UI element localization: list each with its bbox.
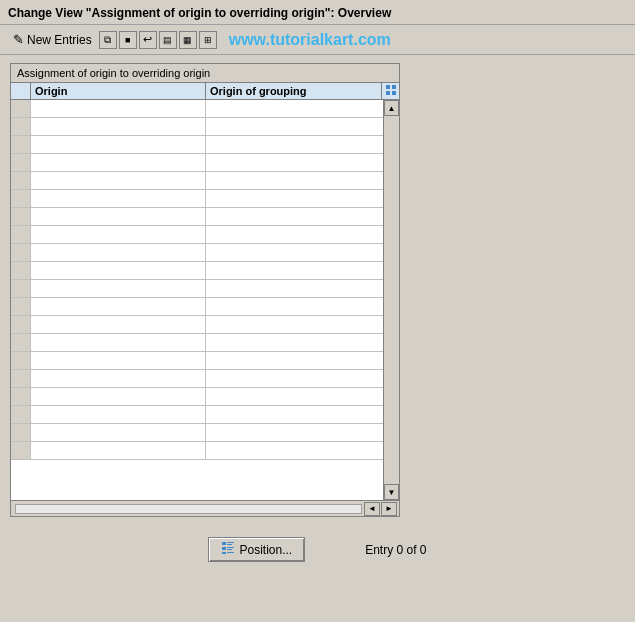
table-row[interactable] bbox=[11, 244, 383, 262]
position-button[interactable]: Position... bbox=[208, 537, 305, 562]
origin-cell[interactable] bbox=[31, 388, 206, 405]
grouping-cell[interactable] bbox=[206, 352, 383, 369]
table-row[interactable] bbox=[11, 388, 383, 406]
origin-cell[interactable] bbox=[31, 190, 206, 207]
table-row[interactable] bbox=[11, 370, 383, 388]
row-checkbox[interactable] bbox=[11, 388, 31, 405]
row-checkbox[interactable] bbox=[11, 190, 31, 207]
scroll-down-icon: ▼ bbox=[388, 488, 396, 497]
undo-button[interactable]: ↩ bbox=[139, 31, 157, 49]
grouping-cell[interactable] bbox=[206, 334, 383, 351]
row-checkbox[interactable] bbox=[11, 370, 31, 387]
table-row[interactable] bbox=[11, 280, 383, 298]
row-checkbox[interactable] bbox=[11, 316, 31, 333]
origin-cell[interactable] bbox=[31, 442, 206, 459]
grouping-cell[interactable] bbox=[206, 424, 383, 441]
grouping-cell[interactable] bbox=[206, 172, 383, 189]
grouping-cell[interactable] bbox=[206, 406, 383, 423]
grouping-cell[interactable] bbox=[206, 244, 383, 261]
table-row[interactable] bbox=[11, 298, 383, 316]
grouping-cell[interactable] bbox=[206, 118, 383, 135]
table-row[interactable] bbox=[11, 406, 383, 424]
row-checkbox[interactable] bbox=[11, 226, 31, 243]
table-row[interactable] bbox=[11, 226, 383, 244]
row-checkbox[interactable] bbox=[11, 136, 31, 153]
row-checkbox[interactable] bbox=[11, 298, 31, 315]
header-grouping-col: Origin of grouping bbox=[206, 83, 381, 99]
origin-cell[interactable] bbox=[31, 316, 206, 333]
copy-button[interactable]: ⧉ bbox=[99, 31, 117, 49]
origin-cell[interactable] bbox=[31, 298, 206, 315]
table-row[interactable] bbox=[11, 352, 383, 370]
origin-cell[interactable] bbox=[31, 172, 206, 189]
row-checkbox[interactable] bbox=[11, 442, 31, 459]
grouping-cell[interactable] bbox=[206, 370, 383, 387]
origin-cell[interactable] bbox=[31, 262, 206, 279]
row-checkbox[interactable] bbox=[11, 424, 31, 441]
position-button-label: Position... bbox=[239, 543, 292, 557]
table-row[interactable] bbox=[11, 172, 383, 190]
row-checkbox[interactable] bbox=[11, 154, 31, 171]
table-row[interactable] bbox=[11, 100, 383, 118]
table-row[interactable] bbox=[11, 190, 383, 208]
scroll-up-button[interactable]: ▲ bbox=[384, 100, 399, 116]
row-checkbox[interactable] bbox=[11, 118, 31, 135]
vertical-scrollbar[interactable]: ▲ ▼ bbox=[383, 100, 399, 500]
row-checkbox[interactable] bbox=[11, 352, 31, 369]
table-row[interactable] bbox=[11, 424, 383, 442]
grouping-cell[interactable] bbox=[206, 190, 383, 207]
hscroll-track[interactable] bbox=[15, 504, 362, 514]
row-checkbox[interactable] bbox=[11, 172, 31, 189]
row-checkbox[interactable] bbox=[11, 406, 31, 423]
table-row[interactable] bbox=[11, 136, 383, 154]
grouping-cell[interactable] bbox=[206, 208, 383, 225]
origin-cell[interactable] bbox=[31, 136, 206, 153]
origin-cell[interactable] bbox=[31, 244, 206, 261]
origin-cell[interactable] bbox=[31, 100, 206, 117]
table-row[interactable] bbox=[11, 154, 383, 172]
table-row[interactable] bbox=[11, 208, 383, 226]
column-settings-button[interactable] bbox=[381, 83, 399, 99]
origin-cell[interactable] bbox=[31, 226, 206, 243]
grouping-cell[interactable] bbox=[206, 298, 383, 315]
table-row[interactable] bbox=[11, 316, 383, 334]
new-entries-button[interactable]: ✎ New Entries bbox=[8, 29, 97, 50]
origin-cell[interactable] bbox=[31, 280, 206, 297]
table-row[interactable] bbox=[11, 442, 383, 460]
scroll-right-button[interactable]: ► bbox=[381, 502, 397, 516]
origin-cell[interactable] bbox=[31, 352, 206, 369]
origin-cell[interactable] bbox=[31, 118, 206, 135]
row-checkbox[interactable] bbox=[11, 244, 31, 261]
grouping-cell[interactable] bbox=[206, 280, 383, 297]
grouping-cell[interactable] bbox=[206, 136, 383, 153]
row-checkbox[interactable] bbox=[11, 262, 31, 279]
grouping-cell[interactable] bbox=[206, 100, 383, 117]
origin-cell[interactable] bbox=[31, 208, 206, 225]
row-checkbox[interactable] bbox=[11, 208, 31, 225]
origin-cell[interactable] bbox=[31, 154, 206, 171]
row-checkbox[interactable] bbox=[11, 100, 31, 117]
table-row[interactable] bbox=[11, 262, 383, 280]
grouping-cell[interactable] bbox=[206, 226, 383, 243]
scroll-left-button[interactable]: ◄ bbox=[364, 502, 380, 516]
origin-cell[interactable] bbox=[31, 406, 206, 423]
table-row[interactable] bbox=[11, 118, 383, 136]
origin-cell[interactable] bbox=[31, 370, 206, 387]
table-header: Origin Origin of grouping bbox=[11, 83, 399, 100]
table-button[interactable]: ⊞ bbox=[199, 31, 217, 49]
entry-count: Entry 0 of 0 bbox=[365, 543, 426, 557]
grouping-cell[interactable] bbox=[206, 442, 383, 459]
grouping-cell[interactable] bbox=[206, 154, 383, 171]
table-row[interactable] bbox=[11, 334, 383, 352]
row-checkbox[interactable] bbox=[11, 334, 31, 351]
detail-button[interactable]: ▦ bbox=[179, 31, 197, 49]
grouping-cell[interactable] bbox=[206, 262, 383, 279]
grouping-cell[interactable] bbox=[206, 316, 383, 333]
row-checkbox[interactable] bbox=[11, 280, 31, 297]
scroll-down-button[interactable]: ▼ bbox=[384, 484, 399, 500]
edit-button[interactable]: ▤ bbox=[159, 31, 177, 49]
origin-cell[interactable] bbox=[31, 334, 206, 351]
save-button[interactable]: ■ bbox=[119, 31, 137, 49]
grouping-cell[interactable] bbox=[206, 388, 383, 405]
origin-cell[interactable] bbox=[31, 424, 206, 441]
